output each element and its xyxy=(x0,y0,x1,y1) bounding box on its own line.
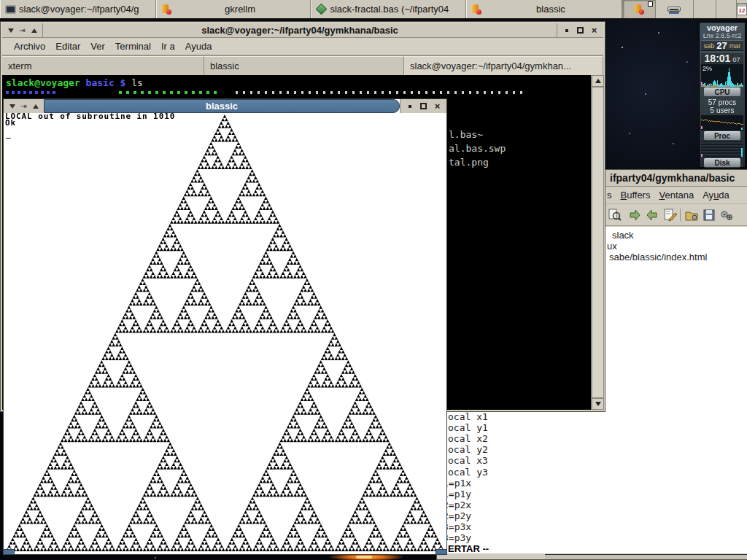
search-icon[interactable] xyxy=(607,207,623,223)
gvim-text-fragment: ux xyxy=(607,241,617,252)
blassic-canvas-area[interactable]: LOCAL out of subroutine in 1010Ok _ xyxy=(4,113,446,554)
krell xyxy=(701,126,703,129)
resize-handle-right[interactable] xyxy=(436,549,447,555)
krell xyxy=(701,82,703,85)
open-folder-icon[interactable] xyxy=(684,207,700,223)
close-button[interactable]: × xyxy=(589,26,599,35)
taskbar-clock[interactable]: 12 xyxy=(736,0,747,18)
screen: ifparty04/gymkhana/basic s Buffers Venta… xyxy=(0,0,747,560)
star xyxy=(686,61,688,63)
stick-button[interactable]: ⇥ xyxy=(18,26,27,35)
minimize-button[interactable] xyxy=(405,101,414,111)
scroll-down-button[interactable] xyxy=(592,398,604,410)
gvim-menu-buffers[interactable]: Buffers xyxy=(621,190,651,201)
window-overlay-icon xyxy=(648,1,653,7)
clipped-output-line xyxy=(119,91,221,94)
clipped-output-line xyxy=(236,91,527,94)
menu-terminal[interactable]: Terminal xyxy=(115,41,151,52)
save-icon[interactable] xyxy=(701,207,717,223)
terminal-scrollbar[interactable] xyxy=(591,75,603,410)
shade-button[interactable] xyxy=(7,101,17,111)
vim-icon xyxy=(316,4,328,15)
find-replace-icon[interactable] xyxy=(662,207,678,223)
gvim-text-fragment: slack xyxy=(612,230,634,241)
gkrellm-monitor[interactable]: voyager Lnx 2.6.5-rc2 sab27mar 18:0107 2… xyxy=(699,22,746,168)
shade-button[interactable] xyxy=(6,26,15,35)
prev-arrow-icon[interactable] xyxy=(644,207,660,223)
tab-xterm[interactable]: xterm xyxy=(2,56,204,75)
prompt-dir: basic xyxy=(86,77,115,88)
terminal-titlebar[interactable]: ⇥ slack@voyager:~/ifparty04/gymkhana/bas… xyxy=(2,23,603,38)
ls-output-fragment: l.bas~ xyxy=(449,129,483,140)
scrollbar-thumb[interactable] xyxy=(592,87,604,398)
cpu-load-label: 2% xyxy=(703,65,712,72)
unshade-button[interactable] xyxy=(31,101,40,111)
menu-ir-a[interactable]: Ir a xyxy=(161,41,175,52)
blassic-window: ⇥ blassic × LOCAL out of subroutine in 1… xyxy=(3,98,447,555)
terminal-icon xyxy=(5,5,16,14)
taskbar: slack@voyager:~/ifparty04/g gkrellm slac… xyxy=(0,0,747,20)
blassic-icon xyxy=(471,4,481,15)
terminal-menubar: Archivo Editar Ver Terminal Ir a Ayuda xyxy=(2,38,603,56)
clipped-output-line xyxy=(6,91,57,94)
resize-handle-left[interactable] xyxy=(3,549,15,555)
disk-chart xyxy=(701,141,743,158)
minimize-button[interactable] xyxy=(562,26,571,35)
blassic-title: blassic xyxy=(44,99,400,113)
cpu-button[interactable]: CPU xyxy=(704,88,740,97)
menu-editar[interactable]: Editar xyxy=(55,41,80,52)
taskbar-button-gkrellm[interactable]: gkrellm xyxy=(156,0,311,18)
taskbar-button-blassic[interactable]: blassic xyxy=(466,0,622,18)
next-arrow-icon[interactable] xyxy=(627,207,643,223)
disk-button[interactable]: Disk xyxy=(704,158,740,168)
menu-ver[interactable]: Ver xyxy=(90,41,105,52)
blassic-output-text: LOCAL out of subroutine in 1010Ok xyxy=(5,113,175,126)
gvim-code-fragment: ocal y3 xyxy=(448,467,488,478)
tray-printer-button[interactable] xyxy=(655,0,692,18)
gvim-menu-ventana[interactable]: Ventana xyxy=(659,190,694,201)
tab-blassic[interactable]: blassic xyxy=(204,56,404,75)
gkrellm-kernel: Lnx 2.6.5-rc2 xyxy=(700,32,745,39)
tab-slack-voyager[interactable]: slack@voyager:~/ifparty04/gymkhan... xyxy=(404,56,603,75)
tray-blassic-button[interactable] xyxy=(622,0,655,18)
blassic-window-controls: × xyxy=(400,99,446,113)
ls-output-fragment: al.bas.swp xyxy=(449,143,506,154)
gears-icon[interactable] xyxy=(719,207,735,223)
blassic-window-menu-buttons: ⇥ xyxy=(4,99,44,113)
terminal-title: slack@voyager:~/ifparty04/gymkhana/basic xyxy=(43,23,557,37)
shell-prompt: slack@voyager basic $ ls xyxy=(6,77,143,88)
blassic-titlebar[interactable]: ⇥ blassic × xyxy=(4,99,446,113)
gkrellm-procs: 57 procs5 users xyxy=(700,98,745,114)
gvim-menu-fragment[interactable]: s xyxy=(607,190,612,201)
stick-button[interactable]: ⇥ xyxy=(19,101,28,111)
gvim-bottom-border xyxy=(437,553,747,559)
star xyxy=(658,32,659,34)
taskbar-button-terminal[interactable]: slack@voyager:~/ifparty04/g xyxy=(0,0,156,18)
calendar-icon: 12 xyxy=(737,3,747,15)
gkrellm-icon xyxy=(161,4,171,15)
prompt-symbol: $ xyxy=(115,77,131,88)
gkrellm-clock: 18:0107 xyxy=(701,52,743,63)
disk-activity-bar xyxy=(741,148,743,157)
menu-ayuda[interactable]: Ayuda xyxy=(185,41,212,52)
scroll-up-button[interactable] xyxy=(592,75,604,87)
menu-archivo[interactable]: Archivo xyxy=(14,41,45,52)
blassic-cursor: _ xyxy=(6,129,11,139)
close-button[interactable]: × xyxy=(433,101,442,111)
unshade-button[interactable] xyxy=(29,26,39,35)
krell xyxy=(701,154,703,157)
gvim-code-fragment: ocal x1 xyxy=(448,411,488,422)
star xyxy=(622,47,623,48)
toolbar-separator xyxy=(680,209,681,222)
tray-empty-slot xyxy=(693,0,716,18)
maximize-button[interactable] xyxy=(576,26,585,35)
proc-button[interactable]: Proc xyxy=(704,131,740,141)
gkrellm-date: sab27mar xyxy=(701,40,743,51)
star xyxy=(673,143,674,144)
gvim-menu-ayuda[interactable]: Ayuda xyxy=(703,190,729,201)
gvim-code-fragment: ocal x3 xyxy=(448,455,488,466)
maximize-button[interactable] xyxy=(419,101,428,111)
taskbar-button-gvim[interactable]: slack-fractal.bas (~/ifparty04 xyxy=(311,0,466,18)
printer-icon xyxy=(667,4,681,14)
star xyxy=(155,557,156,559)
